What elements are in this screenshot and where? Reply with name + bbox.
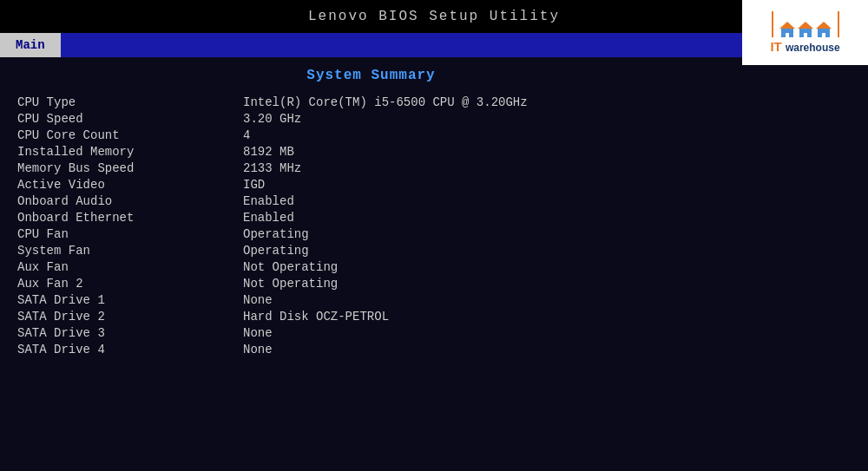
table-row: Active VideoIGD	[17, 178, 725, 192]
row-label: Aux Fan	[17, 260, 243, 274]
table-row: CPU Speed3.20 GHz	[17, 112, 725, 126]
row-value: Not Operating	[243, 260, 338, 274]
row-value: 4	[243, 128, 250, 142]
table-row: CPU FanOperating	[17, 227, 725, 241]
row-label: SATA Drive 1	[17, 293, 243, 307]
right-divider	[838, 11, 839, 37]
roof-3	[816, 22, 832, 29]
row-label: CPU Type	[17, 95, 243, 109]
logo-warehouse: warehouse	[786, 42, 840, 54]
roof-2	[798, 22, 813, 29]
title-bar: Lenovo BIOS Setup Utility	[0, 0, 868, 33]
table-row: CPU Core Count4	[17, 128, 725, 142]
row-value: None	[243, 326, 273, 340]
row-label: Onboard Ethernet	[17, 211, 243, 225]
house-icon-2	[798, 22, 813, 37]
row-value: 8192 MB	[243, 145, 294, 159]
row-value: 2133 MHz	[243, 161, 301, 175]
logo-text: IT warehouse	[770, 39, 839, 54]
table-row: Aux FanNot Operating	[17, 260, 725, 274]
info-table: CPU TypeIntel(R) Core(TM) i5-6500 CPU @ …	[17, 95, 725, 357]
row-value: None	[243, 343, 273, 357]
tab-main[interactable]: Main	[0, 33, 61, 57]
row-label: System Fan	[17, 244, 243, 258]
row-label: Onboard Audio	[17, 194, 243, 208]
house-icon-3	[816, 22, 832, 37]
row-label: Active Video	[17, 178, 243, 192]
bios-title: Lenovo BIOS Setup Utility	[308, 9, 560, 24]
row-value: IGD	[243, 178, 265, 192]
main-layout: Main System Summary CPU TypeIntel(R) Cor…	[0, 33, 868, 370]
row-value: None	[243, 293, 273, 307]
table-row: CPU TypeIntel(R) Core(TM) i5-6500 CPU @ …	[17, 95, 725, 109]
left-divider	[772, 11, 773, 37]
row-label: SATA Drive 2	[17, 310, 243, 324]
table-row: SATA Drive 1None	[17, 293, 725, 307]
content-area: System Summary CPU TypeIntel(R) Core(TM)…	[0, 57, 742, 370]
table-row: SATA Drive 4None	[17, 343, 725, 357]
section-title: System Summary	[17, 68, 725, 83]
row-value: Enabled	[243, 194, 294, 208]
nav-bar: Main	[0, 33, 742, 57]
table-row: Memory Bus Speed2133 MHz	[17, 161, 725, 175]
row-value: Operating	[243, 227, 309, 241]
table-row: Onboard AudioEnabled	[17, 194, 725, 208]
logo-it: IT	[770, 39, 786, 54]
body-2	[799, 29, 812, 37]
row-value: 3.20 GHz	[243, 112, 301, 126]
house-icon-1	[779, 22, 795, 37]
table-row: SATA Drive 2Hard Disk OCZ-PETROL	[17, 310, 725, 324]
row-label: Installed Memory	[17, 145, 243, 159]
row-label: CPU Speed	[17, 112, 243, 126]
table-row: Installed Memory8192 MB	[17, 145, 725, 159]
row-value: Enabled	[243, 211, 294, 225]
row-label: Aux Fan 2	[17, 277, 243, 291]
table-row: System FanOperating	[17, 244, 725, 258]
bios-screen: Lenovo BIOS Setup Utility Main System Su…	[0, 0, 868, 471]
logo-area: IT warehouse	[742, 33, 868, 370]
body-1	[781, 29, 793, 37]
row-value: Not Operating	[243, 277, 338, 291]
row-label: SATA Drive 4	[17, 343, 243, 357]
row-label: CPU Fan	[17, 227, 243, 241]
table-row: Aux Fan 2Not Operating	[17, 277, 725, 291]
table-row: SATA Drive 3None	[17, 326, 725, 340]
row-label: Memory Bus Speed	[17, 161, 243, 175]
left-panel: Main System Summary CPU TypeIntel(R) Cor…	[0, 33, 742, 370]
row-value: Hard Disk OCZ-PETROL	[243, 310, 389, 324]
logo-icons	[772, 11, 839, 37]
it-warehouse-logo: IT warehouse	[742, 0, 868, 65]
table-row: Onboard EthernetEnabled	[17, 211, 725, 225]
row-label: SATA Drive 3	[17, 326, 243, 340]
row-value: Operating	[243, 244, 309, 258]
row-value: Intel(R) Core(TM) i5-6500 CPU @ 3.20GHz	[243, 95, 528, 109]
roof-1	[779, 22, 795, 29]
body-3	[818, 29, 830, 37]
row-label: CPU Core Count	[17, 128, 243, 142]
